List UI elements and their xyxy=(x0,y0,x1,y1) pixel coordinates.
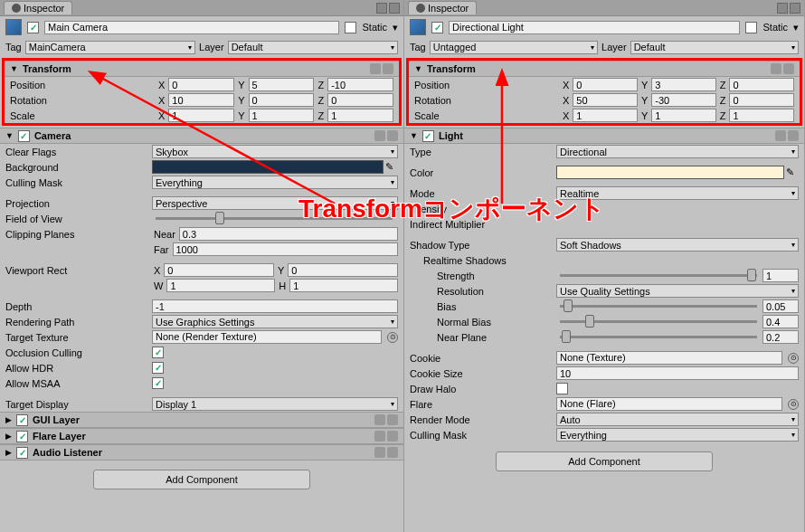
rot-z-input[interactable] xyxy=(729,93,794,107)
light-enable-checkbox[interactable] xyxy=(422,130,434,142)
rot-y-input[interactable] xyxy=(651,93,716,107)
bias-input[interactable] xyxy=(762,299,799,313)
light-color-field[interactable] xyxy=(556,166,784,179)
object-picker-icon[interactable]: ⊙ xyxy=(788,399,799,410)
resolution-dropdown[interactable]: Use Quality Settings xyxy=(556,284,799,298)
gear-icon[interactable] xyxy=(783,63,794,74)
fov-slider[interactable] xyxy=(156,217,393,220)
pos-x-input[interactable] xyxy=(573,78,638,91)
tag-dropdown[interactable]: Untagged xyxy=(430,41,598,54)
add-component-button[interactable]: Add Component xyxy=(93,470,310,489)
foldout-icon[interactable]: ▼ xyxy=(410,131,418,140)
help-icon[interactable] xyxy=(775,130,786,141)
rot-x-input[interactable] xyxy=(573,93,638,107)
gameobject-icon[interactable] xyxy=(5,19,22,35)
normal-bias-slider[interactable] xyxy=(560,320,757,323)
component-enable-checkbox[interactable] xyxy=(16,431,28,442)
gear-icon[interactable] xyxy=(387,130,398,141)
object-picker-icon[interactable]: ⊙ xyxy=(788,353,799,364)
target-texture-field[interactable]: None (Render Texture) xyxy=(152,330,382,344)
msaa-checkbox[interactable] xyxy=(152,377,164,389)
light-type-dropdown[interactable]: Directional xyxy=(556,145,799,158)
mode-dropdown[interactable]: Realtime xyxy=(556,186,799,200)
far-input[interactable] xyxy=(173,242,399,256)
component-enable-checkbox[interactable] xyxy=(16,414,28,426)
bias-slider[interactable] xyxy=(560,305,757,308)
inspector-tab[interactable]: Inspector xyxy=(408,1,477,14)
scale-x-input[interactable] xyxy=(168,109,234,122)
rot-x-input[interactable] xyxy=(168,93,234,107)
gameobject-name-input[interactable] xyxy=(449,21,740,34)
shadow-type-dropdown[interactable]: Soft Shadows xyxy=(556,238,799,252)
foldout-icon[interactable]: ▼ xyxy=(5,131,14,140)
near-plane-input[interactable] xyxy=(762,330,799,344)
gear-icon[interactable] xyxy=(788,130,799,141)
pos-z-input[interactable] xyxy=(729,78,794,91)
normal-bias-input[interactable] xyxy=(762,315,799,328)
component-enable-checkbox[interactable] xyxy=(16,447,28,459)
occlusion-checkbox[interactable] xyxy=(152,347,164,358)
active-checkbox[interactable] xyxy=(27,22,39,33)
vp-x-input[interactable] xyxy=(164,263,274,277)
cookie-size-input[interactable] xyxy=(556,366,799,380)
inspector-tab[interactable]: Inspector xyxy=(4,1,72,14)
static-checkbox[interactable] xyxy=(745,22,757,33)
static-dropdown-arrow[interactable]: ▾ xyxy=(793,22,799,33)
audio-listener-header[interactable]: ▶Audio Listener xyxy=(0,444,403,461)
lock-icon[interactable] xyxy=(376,3,387,14)
layer-dropdown[interactable]: Default xyxy=(228,41,398,54)
scale-y-input[interactable] xyxy=(651,109,716,122)
static-dropdown-arrow[interactable]: ▾ xyxy=(393,22,398,33)
scale-y-input[interactable] xyxy=(249,109,315,122)
pos-z-input[interactable] xyxy=(327,78,393,91)
projection-dropdown[interactable]: Perspective xyxy=(152,196,398,210)
eyedropper-icon[interactable]: ✎ xyxy=(385,161,398,174)
static-checkbox[interactable] xyxy=(345,22,356,33)
foldout-icon[interactable]: ▶ xyxy=(5,432,12,441)
scale-z-input[interactable] xyxy=(327,109,393,122)
gear-icon[interactable] xyxy=(383,63,393,74)
rot-z-input[interactable] xyxy=(327,93,393,107)
pos-y-input[interactable] xyxy=(651,78,716,91)
transform-header[interactable]: ▼ Transform xyxy=(5,61,399,77)
pos-x-input[interactable] xyxy=(168,78,234,91)
active-checkbox[interactable] xyxy=(431,22,443,33)
help-icon[interactable] xyxy=(374,414,385,425)
rendering-path-dropdown[interactable]: Use Graphics Settings xyxy=(152,315,398,328)
vp-h-input[interactable] xyxy=(289,279,398,292)
add-component-button[interactable]: Add Component xyxy=(496,451,713,471)
draw-halo-checkbox[interactable] xyxy=(556,383,568,394)
menu-icon[interactable] xyxy=(790,3,800,14)
help-icon[interactable] xyxy=(374,431,385,442)
flare-layer-header[interactable]: ▶Flare Layer xyxy=(0,428,403,444)
flare-field[interactable]: None (Flare) xyxy=(556,397,782,411)
culling-mask-dropdown[interactable]: Everything xyxy=(556,428,799,442)
menu-icon[interactable] xyxy=(389,3,400,14)
gear-icon[interactable] xyxy=(387,431,398,442)
strength-slider[interactable] xyxy=(560,274,757,277)
render-mode-dropdown[interactable]: Auto xyxy=(556,413,799,426)
tag-dropdown[interactable]: MainCamera xyxy=(25,41,195,54)
foldout-icon[interactable]: ▼ xyxy=(10,64,18,73)
depth-input[interactable] xyxy=(152,299,398,313)
gui-layer-header[interactable]: ▶GUI Layer xyxy=(0,412,403,428)
help-icon[interactable] xyxy=(370,63,381,74)
vp-w-input[interactable] xyxy=(166,279,275,292)
transform-header[interactable]: ▼ Transform xyxy=(409,61,800,77)
cookie-field[interactable]: None (Texture) xyxy=(556,351,782,365)
rot-y-input[interactable] xyxy=(249,93,315,107)
help-icon[interactable] xyxy=(771,63,781,74)
layer-dropdown[interactable]: Default xyxy=(630,41,799,54)
strength-input[interactable] xyxy=(762,269,799,282)
foldout-icon[interactable]: ▼ xyxy=(414,64,422,73)
near-input[interactable] xyxy=(179,227,398,241)
background-color-field[interactable] xyxy=(152,160,384,174)
gameobject-icon[interactable] xyxy=(410,19,426,35)
culling-mask-dropdown[interactable]: Everything xyxy=(152,176,398,189)
foldout-icon[interactable]: ▶ xyxy=(5,415,12,424)
help-icon[interactable] xyxy=(374,130,385,141)
scale-z-input[interactable] xyxy=(729,109,794,122)
help-icon[interactable] xyxy=(374,447,385,458)
hdr-checkbox[interactable] xyxy=(152,362,164,374)
light-header[interactable]: ▼ Light xyxy=(404,128,804,144)
